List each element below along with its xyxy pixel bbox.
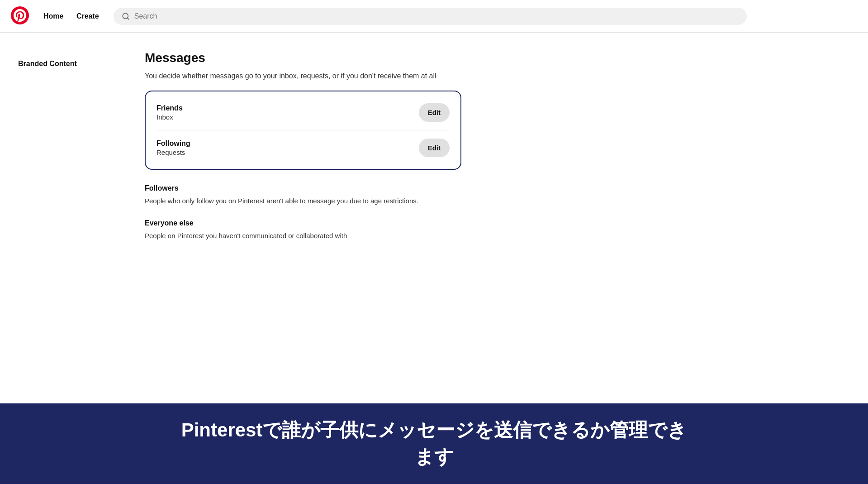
sidebar: Branded Content: [18, 51, 118, 254]
app-header: Home Create: [0, 0, 868, 33]
search-bar: [114, 8, 747, 25]
messages-box: Friends Inbox Edit Following Requests Ed…: [145, 91, 461, 170]
following-subtitle: Requests: [157, 149, 190, 156]
pinterest-logo[interactable]: [11, 6, 29, 26]
svg-line-2: [127, 18, 128, 19]
friends-subtitle: Inbox: [157, 113, 183, 121]
friends-edit-button[interactable]: Edit: [419, 103, 450, 122]
everyone-else-description: People on Pinterest you haven't communic…: [145, 231, 461, 241]
bottom-banner: Pinterestで誰が子供にメッセージを送信できるか管理できます: [0, 403, 868, 484]
followers-section: Followers People who only follow you on …: [145, 184, 461, 206]
following-row: Following Requests Edit: [146, 130, 460, 165]
following-title: Following: [157, 139, 190, 148]
messages-description: You decide whether messages go to your i…: [145, 71, 461, 81]
everyone-else-section: Everyone else People on Pinterest you ha…: [145, 219, 461, 241]
sidebar-branded-content[interactable]: Branded Content: [18, 60, 118, 68]
everyone-else-title: Everyone else: [145, 219, 461, 227]
search-input[interactable]: [134, 12, 739, 20]
nav-home[interactable]: Home: [38, 9, 69, 24]
main-nav: Home Create: [38, 12, 104, 20]
followers-title: Followers: [145, 184, 461, 192]
search-icon: [122, 12, 130, 20]
friends-row: Friends Inbox Edit: [146, 95, 460, 130]
main-content: Branded Content Messages You decide whet…: [0, 33, 868, 254]
following-edit-button[interactable]: Edit: [419, 139, 450, 157]
following-text: Following Requests: [157, 139, 190, 156]
friends-title: Friends: [157, 104, 183, 112]
followers-description: People who only follow you on Pinterest …: [145, 196, 461, 206]
bottom-banner-text: Pinterestで誰が子供にメッセージを送信できるか管理できます: [18, 417, 850, 470]
messages-page: Messages You decide whether messages go …: [145, 51, 461, 254]
friends-text: Friends Inbox: [157, 104, 183, 121]
nav-create[interactable]: Create: [71, 9, 104, 24]
messages-title: Messages: [145, 51, 461, 65]
